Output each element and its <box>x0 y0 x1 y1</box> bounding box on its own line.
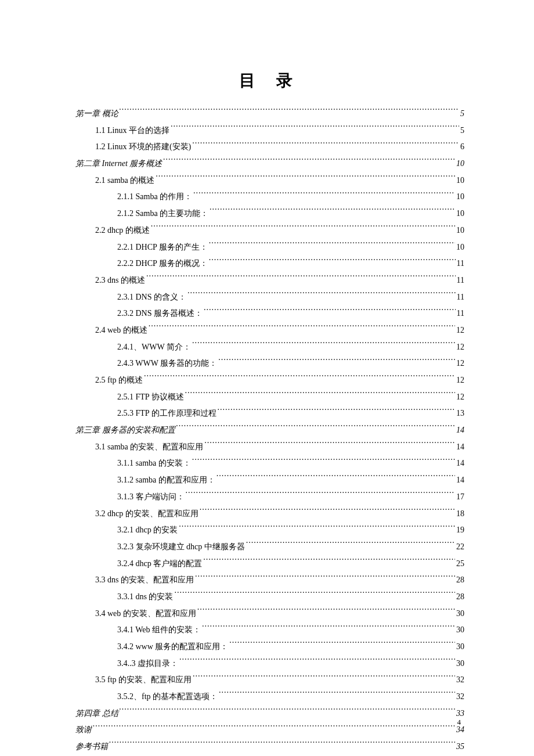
toc-entry: 致谢34 <box>75 722 464 739</box>
toc-entry-page: 11 <box>457 255 464 272</box>
toc-entry: 2.4.1、WWW 简介：12 <box>75 339 464 356</box>
toc-leader-dots <box>120 108 460 116</box>
toc-leader-dots <box>151 225 455 233</box>
toc-entry-label: 2.1.1 Samba 的作用： <box>117 189 192 206</box>
toc-entry: 1.2 Linux 环境的搭建(安装)6 <box>75 139 464 156</box>
toc-entry: 3.5.2、ftp 的基本配置选项：32 <box>75 689 464 705</box>
toc-leader-dots <box>193 674 455 682</box>
toc-entry: 2.3.1 DNS 的含义：11 <box>75 289 464 306</box>
toc-leader-dots <box>217 474 455 483</box>
toc-entry-label: 2.2 dhcp 的概述 <box>95 222 150 239</box>
toc-entry-label: 3.1.1 samba 的安装： <box>117 455 191 472</box>
toc-entry-page: 11 <box>457 272 464 289</box>
toc-entry-page: 12 <box>456 372 464 389</box>
toc-leader-dots <box>176 424 456 433</box>
toc-entry: 参考书籍35 <box>75 739 464 755</box>
toc-entry-label: 参考书籍 <box>75 739 108 755</box>
toc-entry: 第二章 Internet 服务概述10 <box>75 156 464 172</box>
toc-entry-label: 3.4.2 www 服务的配置和应用： <box>117 639 228 656</box>
toc-entry: 第四章 总结33 <box>75 705 464 722</box>
toc-entry-label: 3.1.3 客户端访问： <box>117 489 185 506</box>
toc-entry: 2.1.1 Samba 的作用：10 <box>75 189 464 206</box>
toc-entry-page: 28 <box>456 589 464 606</box>
toc-entry: 2.3 dns 的概述11 <box>75 272 464 289</box>
toc-entry-label: 2.5.3 FTP 的工作原理和过程 <box>117 405 217 422</box>
toc-leader-dots <box>192 141 459 149</box>
toc-leader-dots <box>192 341 455 350</box>
toc-entry: 2.2.1 DHCP 服务的产生：10 <box>75 239 464 256</box>
toc-leader-dots <box>209 242 455 250</box>
toc-entry-label: 致谢 <box>75 722 92 739</box>
toc-entry-label: 第二章 Internet 服务概述 <box>75 156 162 172</box>
toc-entry-page: 12 <box>456 322 464 339</box>
toc-entry: 3.4..3 虚拟目录：30 <box>75 656 464 672</box>
toc-entry-page: 10 <box>456 156 464 172</box>
toc-entry: 3.2 dhcp 的安装、配置和应用18 <box>75 506 464 523</box>
toc-leader-dots <box>186 491 456 499</box>
toc-leader-dots <box>195 574 455 582</box>
toc-leader-dots <box>179 524 455 532</box>
toc-leader-dots <box>229 641 455 649</box>
toc-entry: 3.1.3 客户端访问：17 <box>75 489 464 506</box>
toc-leader-dots <box>149 325 455 333</box>
toc-entry-page: 28 <box>456 572 464 589</box>
toc-entry-page: 10 <box>456 222 464 239</box>
document-page: 目 录 第一章 概论51.1 Linux 平台的选择51.2 Linux 环境的… <box>0 0 534 755</box>
toc-entry-page: 14 <box>456 455 464 472</box>
toc-entry-page: 32 <box>456 672 464 689</box>
toc-leader-dots <box>144 375 455 383</box>
toc-entry-page: 30 <box>456 639 464 656</box>
toc-entry-label: 2.3.2 DNS 服务器概述： <box>117 305 203 322</box>
toc-entry-label: 3.5.2、ftp 的基本配置选项： <box>117 689 218 705</box>
toc-leader-dots <box>219 691 455 699</box>
toc-entry: 2.1 samba 的概述10 <box>75 172 464 189</box>
toc-entry-label: 2.1.2 Samba 的主要功能： <box>117 206 208 222</box>
toc-entry-page: 13 <box>456 405 464 422</box>
page-number: 4 <box>457 718 461 727</box>
toc-entry-label: 3.5 ftp 的安装、配置和应用 <box>95 672 192 689</box>
toc-entry-page: 6 <box>460 139 464 156</box>
toc-entry-page: 18 <box>456 506 464 523</box>
toc-entry-label: 3.1.2 samba 的配置和应用： <box>117 472 215 489</box>
toc-entry-page: 22 <box>456 539 464 556</box>
toc-entry-page: 17 <box>456 489 464 506</box>
toc-entry-label: 2.2.1 DHCP 服务的产生： <box>117 239 208 256</box>
toc-entry-label: 3.3.1 dns 的安装 <box>117 589 173 606</box>
toc-entry: 3.2.4 dhcp 客户端的配置25 <box>75 556 464 573</box>
toc-entry: 3.3.1 dns 的安装28 <box>75 589 464 606</box>
toc-entry-label: 3.3 dns 的安装、配置和应用 <box>95 572 194 589</box>
toc-entry: 2.5 ftp 的概述12 <box>75 372 464 389</box>
toc-entry: 3.2.3 复杂环境建立 dhcp 中继服务器22 <box>75 539 464 556</box>
toc-entry: 2.1.2 Samba 的主要功能：10 <box>75 206 464 222</box>
toc-entry-label: 3.2.4 dhcp 客户端的配置 <box>117 556 202 573</box>
toc-leader-dots <box>209 258 456 266</box>
toc-entry-page: 14 <box>456 439 464 456</box>
toc-leader-dots <box>163 158 455 166</box>
toc-leader-dots <box>200 508 455 516</box>
toc-entry-label: 2.1 samba 的概述 <box>95 172 154 189</box>
toc-entry-label: 3.4 web 的安装、配置和应用 <box>95 606 196 622</box>
toc-entry-label: 2.3.1 DNS 的含义： <box>117 289 186 306</box>
toc-leader-dots <box>192 458 455 466</box>
toc-entry-page: 30 <box>456 622 464 639</box>
toc-leader-dots <box>109 741 455 749</box>
toc-entry-label: 1.1 Linux 平台的选择 <box>95 123 169 139</box>
toc-entry: 3.3 dns 的安装、配置和应用28 <box>75 572 464 589</box>
toc-entry: 2.5.1 FTP 协议概述12 <box>75 389 464 406</box>
toc-entry: 2.2.2 DHCP 服务的概况：11 <box>75 255 464 272</box>
toc-leader-dots <box>171 125 459 133</box>
toc-leader-dots <box>93 724 455 732</box>
toc-entry: 2.3.2 DNS 服务器概述：11 <box>75 305 464 322</box>
toc-entry-label: 3.4..3 虚拟目录： <box>117 656 178 672</box>
toc-entry: 3.4.1 Web 组件的安装：30 <box>75 622 464 639</box>
toc-entry-page: 25 <box>456 556 464 573</box>
toc-entry-label: 2.4.1、WWW 简介： <box>117 339 191 356</box>
toc-entry: 2.4.3 WWW 服务器的功能：12 <box>75 355 464 372</box>
toc-entry-label: 1.2 Linux 环境的搭建(安装) <box>95 139 191 156</box>
toc-entry-label: 3.1 samba 的安装、配置和应用 <box>95 439 203 456</box>
toc-entry-label: 3.2.1 dhcp 的安装 <box>117 522 178 539</box>
toc-entry-label: 2.5.1 FTP 协议概述 <box>117 389 184 406</box>
toc-entry-label: 2.2.2 DHCP 服务的概况： <box>117 255 208 272</box>
toc-leader-dots <box>185 391 455 399</box>
toc-entry-page: 32 <box>456 689 464 705</box>
